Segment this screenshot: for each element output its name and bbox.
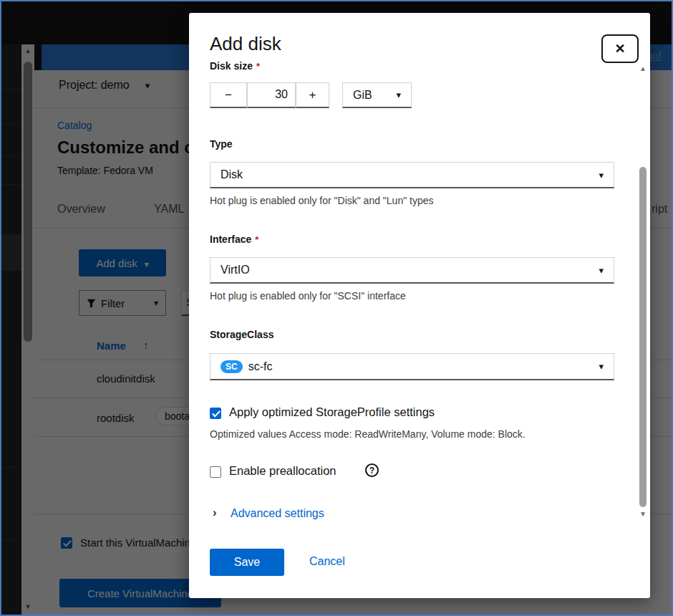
modal-scroll-up-icon[interactable]: ▲ bbox=[638, 64, 648, 72]
interface-value: VirtIO bbox=[221, 264, 250, 276]
chevron-down-icon: ▾ bbox=[599, 265, 604, 276]
close-button[interactable]: ✕ bbox=[601, 34, 639, 63]
type-select[interactable]: Disk ▾ bbox=[210, 162, 614, 188]
cancel-button[interactable]: Cancel bbox=[309, 555, 345, 568]
disk-size-unit-select[interactable]: GiB ▾ bbox=[342, 82, 412, 108]
unit-value: GiB bbox=[353, 89, 372, 102]
type-value: Disk bbox=[221, 168, 243, 181]
type-label: Type bbox=[210, 138, 233, 150]
optimized-settings-checkbox[interactable] bbox=[210, 408, 221, 419]
chevron-down-icon: ▾ bbox=[396, 90, 401, 100]
chevron-right-icon[interactable]: › bbox=[213, 506, 217, 520]
preallocation-label: Enable preallocation bbox=[229, 464, 336, 478]
chevron-down-icon: ▾ bbox=[599, 361, 604, 372]
preallocation-checkbox[interactable] bbox=[210, 466, 221, 478]
chevron-down-icon: ▾ bbox=[599, 170, 604, 181]
storageclass-select[interactable]: SC sc-fc ▾ bbox=[210, 353, 614, 380]
interface-select[interactable]: VirtIO ▾ bbox=[210, 257, 614, 284]
type-helper-text: Hot plug is enabled only for "Disk" and … bbox=[210, 195, 434, 206]
interface-helper-text: Hot plug is enabled only for "SCSI" inte… bbox=[210, 290, 406, 302]
optimized-helper-text: Optimized values Access mode: ReadWriteM… bbox=[210, 428, 526, 440]
storageclass-value: sc-fc bbox=[248, 360, 273, 373]
interface-label: Interface* bbox=[210, 234, 258, 245]
help-icon[interactable]: ? bbox=[365, 463, 379, 477]
save-button[interactable]: Save bbox=[210, 549, 284, 576]
storageclass-label: StorageClass bbox=[210, 329, 273, 340]
advanced-settings-link[interactable]: Advanced settings bbox=[231, 507, 324, 520]
disk-size-minus-button[interactable]: − bbox=[210, 82, 247, 108]
required-asterisk: * bbox=[256, 61, 260, 72]
modal-scroll-down-icon[interactable]: ▼ bbox=[638, 510, 648, 518]
screenshot-root: ▲ ▼ onf Project: demo▾ Catalog Customize… bbox=[0, 0, 673, 616]
modal-scrollbar-thumb[interactable] bbox=[639, 167, 647, 507]
disk-size-label: Disk size* bbox=[210, 60, 260, 72]
modal-title: Add disk bbox=[210, 33, 281, 55]
storageclass-badge: SC bbox=[221, 360, 243, 373]
add-disk-modal: Add disk ✕ Disk size* − 30 + GiB ▾ Type … bbox=[189, 13, 650, 598]
disk-size-plus-button[interactable]: + bbox=[296, 82, 329, 108]
required-asterisk: * bbox=[255, 234, 258, 245]
close-icon: ✕ bbox=[614, 41, 625, 57]
disk-size-input[interactable]: 30 bbox=[247, 82, 296, 108]
optimized-settings-label: Apply optimized StorageProfile settings bbox=[229, 405, 435, 419]
